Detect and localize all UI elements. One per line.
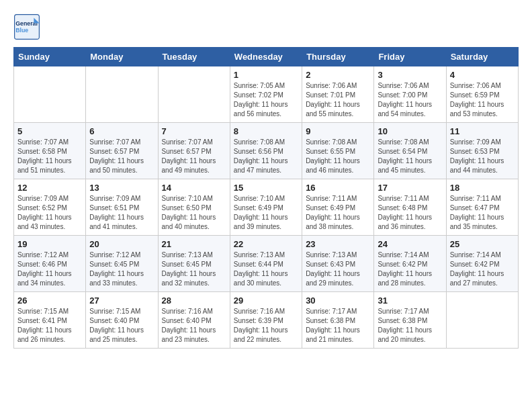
calendar-cell: 5Sunrise: 7:07 AM Sunset: 6:58 PM Daylig… — [14, 123, 86, 179]
day-info: Sunrise: 7:07 AM Sunset: 6:57 PM Dayligh… — [162, 138, 226, 175]
day-info: Sunrise: 7:08 AM Sunset: 6:55 PM Dayligh… — [306, 138, 370, 175]
day-info: Sunrise: 7:10 AM Sunset: 6:50 PM Dayligh… — [162, 194, 226, 232]
calendar-header-row: SundayMondayTuesdayWednesdayThursdayFrid… — [14, 48, 519, 66]
calendar-cell: 1Sunrise: 7:05 AM Sunset: 7:02 PM Daylig… — [230, 66, 302, 123]
day-number: 16 — [306, 183, 370, 193]
day-info: Sunrise: 7:11 AM Sunset: 6:47 PM Dayligh… — [450, 194, 515, 232]
day-info: Sunrise: 7:16 AM Sunset: 6:39 PM Dayligh… — [234, 307, 298, 345]
logo: General Blue — [13, 13, 43, 40]
calendar-cell: 30Sunrise: 7:17 AM Sunset: 6:38 PM Dayli… — [302, 292, 374, 349]
day-info: Sunrise: 7:06 AM Sunset: 7:00 PM Dayligh… — [378, 81, 442, 119]
day-info: Sunrise: 7:09 AM Sunset: 6:52 PM Dayligh… — [17, 194, 82, 232]
day-number: 19 — [17, 239, 82, 249]
calendar-cell: 6Sunrise: 7:07 AM Sunset: 6:57 PM Daylig… — [86, 123, 158, 179]
day-number: 9 — [306, 126, 370, 136]
day-number: 18 — [450, 183, 515, 193]
calendar-week-1: 1Sunrise: 7:05 AM Sunset: 7:02 PM Daylig… — [14, 66, 519, 123]
day-number: 10 — [378, 126, 442, 136]
day-number: 4 — [450, 70, 515, 80]
day-info: Sunrise: 7:13 AM Sunset: 6:44 PM Dayligh… — [234, 250, 298, 288]
day-info: Sunrise: 7:17 AM Sunset: 6:38 PM Dayligh… — [306, 307, 370, 345]
calendar-cell: 18Sunrise: 7:11 AM Sunset: 6:47 PM Dayli… — [446, 179, 518, 236]
header-tuesday: Tuesday — [158, 48, 230, 66]
svg-text:Blue: Blue — [15, 27, 28, 34]
day-info: Sunrise: 7:09 AM Sunset: 6:51 PM Dayligh… — [89, 194, 154, 232]
day-number: 20 — [89, 239, 154, 249]
calendar-cell: 7Sunrise: 7:07 AM Sunset: 6:57 PM Daylig… — [158, 123, 230, 179]
calendar-cell: 31Sunrise: 7:17 AM Sunset: 6:38 PM Dayli… — [374, 292, 446, 349]
header-thursday: Thursday — [302, 48, 374, 66]
calendar-cell — [446, 292, 518, 349]
calendar-cell: 27Sunrise: 7:15 AM Sunset: 6:40 PM Dayli… — [86, 292, 158, 349]
day-number: 31 — [378, 295, 442, 306]
day-info: Sunrise: 7:11 AM Sunset: 6:48 PM Dayligh… — [378, 194, 442, 232]
calendar-cell: 15Sunrise: 7:10 AM Sunset: 6:49 PM Dayli… — [230, 179, 302, 236]
day-info: Sunrise: 7:12 AM Sunset: 6:45 PM Dayligh… — [89, 250, 154, 288]
calendar-cell: 14Sunrise: 7:10 AM Sunset: 6:50 PM Dayli… — [158, 179, 230, 236]
calendar-cell: 21Sunrise: 7:13 AM Sunset: 6:45 PM Dayli… — [158, 236, 230, 292]
day-number: 1 — [234, 70, 298, 80]
calendar-cell: 25Sunrise: 7:14 AM Sunset: 6:42 PM Dayli… — [446, 236, 518, 292]
calendar-cell: 4Sunrise: 7:06 AM Sunset: 6:59 PM Daylig… — [446, 66, 518, 123]
header-saturday: Saturday — [446, 48, 518, 66]
calendar-week-4: 19Sunrise: 7:12 AM Sunset: 6:46 PM Dayli… — [14, 236, 519, 292]
calendar-week-2: 5Sunrise: 7:07 AM Sunset: 6:58 PM Daylig… — [14, 123, 519, 179]
calendar-cell: 28Sunrise: 7:16 AM Sunset: 6:40 PM Dayli… — [158, 292, 230, 349]
day-number: 15 — [234, 183, 298, 193]
day-number: 30 — [306, 295, 370, 306]
calendar-week-5: 26Sunrise: 7:15 AM Sunset: 6:41 PM Dayli… — [14, 292, 519, 349]
calendar-cell: 11Sunrise: 7:09 AM Sunset: 6:53 PM Dayli… — [446, 123, 518, 179]
calendar-table: SundayMondayTuesdayWednesdayThursdayFrid… — [13, 47, 519, 349]
calendar-cell: 12Sunrise: 7:09 AM Sunset: 6:52 PM Dayli… — [14, 179, 86, 236]
header-friday: Friday — [374, 48, 446, 66]
day-info: Sunrise: 7:14 AM Sunset: 6:42 PM Dayligh… — [378, 250, 442, 288]
day-number: 2 — [306, 70, 370, 80]
day-number: 7 — [162, 126, 226, 136]
day-number: 5 — [17, 126, 82, 136]
calendar-cell: 29Sunrise: 7:16 AM Sunset: 6:39 PM Dayli… — [230, 292, 302, 349]
calendar-cell: 16Sunrise: 7:11 AM Sunset: 6:49 PM Dayli… — [302, 179, 374, 236]
calendar-cell — [158, 66, 230, 123]
calendar-cell: 17Sunrise: 7:11 AM Sunset: 6:48 PM Dayli… — [374, 179, 446, 236]
day-info: Sunrise: 7:11 AM Sunset: 6:49 PM Dayligh… — [306, 194, 370, 232]
day-info: Sunrise: 7:09 AM Sunset: 6:53 PM Dayligh… — [450, 138, 515, 175]
day-info: Sunrise: 7:07 AM Sunset: 6:58 PM Dayligh… — [17, 138, 82, 175]
calendar-cell — [86, 66, 158, 123]
day-number: 11 — [450, 126, 515, 136]
day-number: 26 — [17, 295, 82, 306]
calendar-week-3: 12Sunrise: 7:09 AM Sunset: 6:52 PM Dayli… — [14, 179, 519, 236]
calendar-cell — [14, 66, 86, 123]
day-number: 25 — [450, 239, 515, 249]
calendar-cell: 23Sunrise: 7:13 AM Sunset: 6:43 PM Dayli… — [302, 236, 374, 292]
header-monday: Monday — [86, 48, 158, 66]
day-info: Sunrise: 7:08 AM Sunset: 6:54 PM Dayligh… — [378, 138, 442, 175]
page-header: General Blue — [13, 13, 519, 40]
day-info: Sunrise: 7:08 AM Sunset: 6:56 PM Dayligh… — [234, 138, 298, 175]
day-info: Sunrise: 7:07 AM Sunset: 6:57 PM Dayligh… — [89, 138, 154, 175]
day-info: Sunrise: 7:17 AM Sunset: 6:38 PM Dayligh… — [378, 307, 442, 345]
day-info: Sunrise: 7:10 AM Sunset: 6:49 PM Dayligh… — [234, 194, 298, 232]
calendar-cell: 13Sunrise: 7:09 AM Sunset: 6:51 PM Dayli… — [86, 179, 158, 236]
day-info: Sunrise: 7:05 AM Sunset: 7:02 PM Dayligh… — [234, 81, 298, 119]
calendar-cell: 20Sunrise: 7:12 AM Sunset: 6:45 PM Dayli… — [86, 236, 158, 292]
calendar-cell: 10Sunrise: 7:08 AM Sunset: 6:54 PM Dayli… — [374, 123, 446, 179]
calendar-cell: 26Sunrise: 7:15 AM Sunset: 6:41 PM Dayli… — [14, 292, 86, 349]
day-info: Sunrise: 7:13 AM Sunset: 6:43 PM Dayligh… — [306, 250, 370, 288]
calendar-cell: 24Sunrise: 7:14 AM Sunset: 6:42 PM Dayli… — [374, 236, 446, 292]
day-number: 3 — [378, 70, 442, 80]
day-number: 6 — [89, 126, 154, 136]
day-number: 17 — [378, 183, 442, 193]
calendar-cell: 19Sunrise: 7:12 AM Sunset: 6:46 PM Dayli… — [14, 236, 86, 292]
day-number: 29 — [234, 295, 298, 306]
day-number: 21 — [162, 239, 226, 249]
day-info: Sunrise: 7:15 AM Sunset: 6:40 PM Dayligh… — [89, 307, 154, 345]
day-number: 28 — [162, 295, 226, 306]
calendar-cell: 22Sunrise: 7:13 AM Sunset: 6:44 PM Dayli… — [230, 236, 302, 292]
calendar-cell: 8Sunrise: 7:08 AM Sunset: 6:56 PM Daylig… — [230, 123, 302, 179]
day-number: 24 — [378, 239, 442, 249]
header-wednesday: Wednesday — [230, 48, 302, 66]
day-info: Sunrise: 7:06 AM Sunset: 7:01 PM Dayligh… — [306, 81, 370, 119]
day-info: Sunrise: 7:13 AM Sunset: 6:45 PM Dayligh… — [162, 250, 226, 288]
day-info: Sunrise: 7:12 AM Sunset: 6:46 PM Dayligh… — [17, 250, 82, 288]
day-number: 22 — [234, 239, 298, 249]
